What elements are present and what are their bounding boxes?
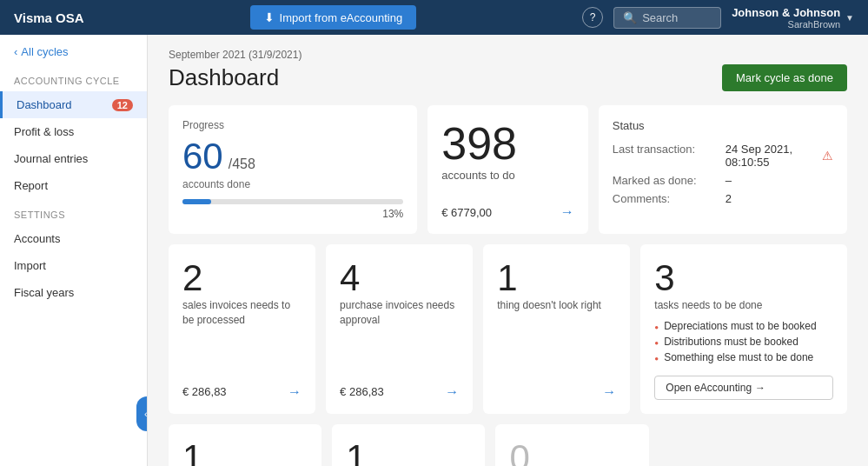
user-name: Johnson & Johnson xyxy=(732,6,840,19)
purchase-invoices-bottom: € 286,83 → xyxy=(340,384,459,400)
status-last-transaction: Last transaction: 24 Sep 2021, 08:10:55 … xyxy=(613,143,833,169)
tasks-card: 3 tasks needs to be done ● Depreciations… xyxy=(640,244,847,414)
sidebar-item-import[interactable]: Import xyxy=(0,252,147,279)
purchase-invoices-arrow[interactable]: → xyxy=(445,384,459,400)
topbar: Visma OSA ⬇ Import from eAccounting ? 🔍 … xyxy=(0,0,868,35)
thing-wrong-sub: thing doesn't look right xyxy=(497,298,616,313)
task-dot-2: ● xyxy=(654,355,659,363)
sidebar-item-profit-loss[interactable]: Profit & loss xyxy=(0,118,147,145)
progress-card: Progress 60 /458 accounts done 13% xyxy=(169,105,417,234)
cards-row-3: 1 unlinked document invoice-123.pdf → 1 … xyxy=(169,424,847,466)
accounts-big: 398 xyxy=(441,119,574,169)
accounts-amount-row: € 6779,00 → xyxy=(441,204,574,220)
status-marked-done: Marked as done: – xyxy=(613,174,833,187)
search-icon: 🔍 xyxy=(623,11,637,24)
purchase-invoices-card: 4 purchase invoices needs approval € 286… xyxy=(326,244,473,414)
status-last-transaction-value: 24 Sep 2021, 08:10:55 ⚠ xyxy=(726,143,833,169)
task-list: ● Depreciations must to be booked ● Dist… xyxy=(654,320,833,367)
progress-bar-fill xyxy=(182,199,211,204)
sales-invoices-sub: sales invoices needs to be processed xyxy=(182,298,301,328)
progress-total: /458 xyxy=(229,156,255,172)
import-button[interactable]: ⬇ Import from eAccounting xyxy=(250,5,417,30)
status-comments-label: Comments: xyxy=(613,192,726,205)
user-sub: SarahBrown xyxy=(732,19,840,30)
user-menu[interactable]: Johnson & Johnson SarahBrown ▼ xyxy=(732,6,854,30)
progress-done: 60 xyxy=(182,138,223,175)
accounts-amount: € 6779,00 xyxy=(441,206,492,219)
sidebar-item-accounts[interactable]: Accounts xyxy=(0,225,147,252)
thing-wrong-big: 1 xyxy=(497,258,616,298)
status-comments-value: 2 xyxy=(726,192,732,205)
purchase-invoices-sub: purchase invoices needs approval xyxy=(340,298,459,328)
recurring-cost-big: 1 xyxy=(346,438,471,466)
chevron-down-icon: ▼ xyxy=(845,13,854,23)
search-box[interactable]: 🔍 xyxy=(613,7,721,29)
progress-label: Progress xyxy=(182,119,403,131)
purchase-invoices-big: 4 xyxy=(340,258,459,298)
sales-invoices-card: 2 sales invoices needs to be processed €… xyxy=(169,244,315,414)
task-item-1: ● Distributions must be booked xyxy=(654,336,833,348)
status-comments: Comments: 2 xyxy=(613,192,833,205)
tasks-big: 3 xyxy=(654,258,833,298)
task-label-2: Something else must to be done xyxy=(664,351,813,363)
row3-filler xyxy=(659,424,847,466)
progress-bar xyxy=(182,199,403,204)
task-dot-1: ● xyxy=(654,339,659,347)
layout: ‹ All cycles Accounting cycle Dashboard … xyxy=(0,35,868,466)
sidebar-item-journal-entries[interactable]: Journal entries xyxy=(0,145,147,172)
sidebar-section-accounting: Accounting cycle xyxy=(0,65,147,91)
sales-invoices-arrow[interactable]: → xyxy=(288,384,301,400)
topbar-center: ⬇ Import from eAccounting xyxy=(98,5,569,30)
recurring-cost-card: 1 Recurring cost to be paid Rent € 20.88… xyxy=(332,424,485,466)
sidebar-item-fiscal-years[interactable]: Fiscal years xyxy=(0,279,147,306)
sales-invoices-bottom: € 286,83 → xyxy=(182,384,301,400)
help-icon[interactable]: ? xyxy=(582,7,603,28)
status-card: Status Last transaction: 24 Sep 2021, 08… xyxy=(599,105,847,234)
accounts-sub: accounts to do xyxy=(441,169,574,182)
brand-logo: Visma OSA xyxy=(14,10,84,25)
sales-invoices-amount: € 286,83 xyxy=(182,385,227,398)
sales-invoices-big: 2 xyxy=(182,258,301,298)
task-item-0: ● Depreciations must to be booked xyxy=(654,320,833,332)
sidebar-item-dashboard[interactable]: Dashboard 12 xyxy=(0,91,147,118)
main-content: September 2021 (31/9/2021) Dashboard Mar… xyxy=(148,35,868,466)
page-subtitle: September 2021 (31/9/2021) xyxy=(169,49,847,61)
accounts-todo-card: 398 accounts to do € 6779,00 → xyxy=(427,105,588,234)
thing-wrong-arrow[interactable]: → xyxy=(602,384,616,400)
chevron-left-icon: ‹ xyxy=(14,45,17,58)
back-button[interactable]: ‹ All cycles xyxy=(0,35,147,65)
unlinked-doc-card: 1 unlinked document invoice-123.pdf → xyxy=(169,424,321,466)
sidebar-badge-dashboard: 12 xyxy=(112,99,133,111)
page-title: Dashboard xyxy=(169,64,279,91)
progress-sub: accounts done xyxy=(182,178,403,190)
status-marked-done-value: – xyxy=(726,174,732,187)
task-label-1: Distributions must be booked xyxy=(664,336,798,348)
import-icon: ⬇ xyxy=(264,10,275,24)
purchase-invoices-amount: € 286,83 xyxy=(340,385,384,398)
progress-numbers: 60 /458 xyxy=(182,138,403,175)
task-dot-0: ● xyxy=(654,323,659,331)
unlinked-doc-big: 1 xyxy=(182,438,308,466)
sidebar-section-settings: Settings xyxy=(0,199,147,225)
status-title: Status xyxy=(613,119,833,132)
title-row: Dashboard Mark cycle as done xyxy=(169,64,847,91)
mark-done-button[interactable]: Mark cycle as done xyxy=(722,64,847,91)
accounts-arrow-link[interactable]: → xyxy=(560,204,574,220)
task-item-2: ● Something else must to be done xyxy=(654,351,833,363)
cards-row-1: Progress 60 /458 accounts done 13% 398 a… xyxy=(169,105,847,234)
warning-icon: ⚠ xyxy=(822,149,833,163)
cards-row-2: 2 sales invoices needs to be processed €… xyxy=(169,244,847,414)
thing-wrong-bottom: → xyxy=(497,384,616,400)
search-input[interactable] xyxy=(642,11,712,24)
something-cone-big: 0 xyxy=(509,438,634,466)
tasks-sub: tasks needs to be done xyxy=(654,298,833,313)
sidebar: ‹ All cycles Accounting cycle Dashboard … xyxy=(0,35,148,466)
status-marked-done-label: Marked as done: xyxy=(613,174,726,187)
progress-pct: 13% xyxy=(182,208,403,220)
sidebar-item-report[interactable]: Report xyxy=(0,172,147,199)
arrow-icon: → xyxy=(755,382,765,394)
sidebar-collapse-button[interactable]: « xyxy=(136,396,148,431)
open-eaccounting-button[interactable]: Open eAccounting → xyxy=(654,376,833,400)
topbar-right: ? 🔍 Johnson & Johnson SarahBrown ▼ xyxy=(582,6,854,30)
thing-wrong-card: 1 thing doesn't look right → xyxy=(483,244,630,414)
